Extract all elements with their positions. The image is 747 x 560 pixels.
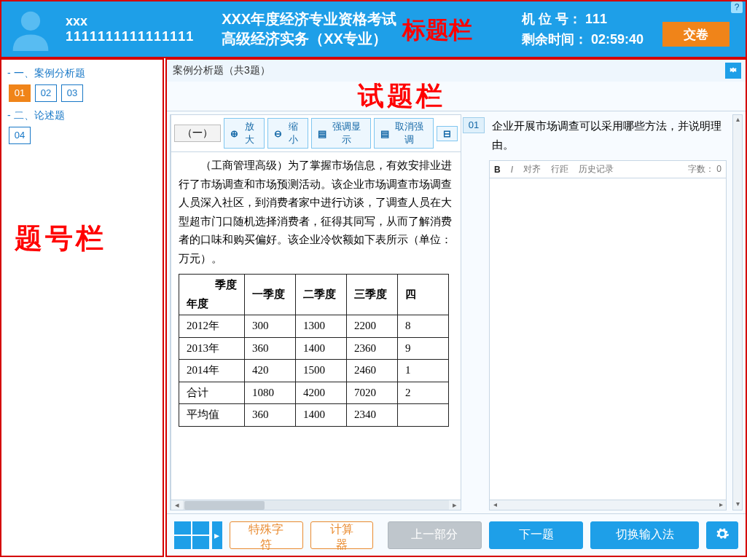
exam-titles: XXX年度经济专业资格考试 高级经济实务（XX专业） [200,1,396,57]
scroll-right-button[interactable]: ▸ [716,500,726,510]
cell: 1400 [296,404,347,427]
scroll-left-button[interactable]: ◂ [490,500,500,510]
unhighlight-icon: ▤ [380,128,389,139]
prev-part-button[interactable]: 上一部分 [388,521,482,549]
word-count: 字数： 0 [688,163,721,176]
cell: 420 [245,360,296,382]
annotation-header: 标题栏 [402,15,472,47]
username: xxx [66,14,194,29]
table-col-header: 二季度 [296,275,347,315]
cell: 2340 [347,404,398,427]
seat-label: 机 位 号： [522,12,582,26]
exam-title-2: 高级经济实务（XX专业） [222,29,396,49]
cell: 1300 [296,315,347,338]
cell: 300 [245,315,296,338]
section-title[interactable]: 二、论述题 [7,109,157,122]
cell: 2 [398,382,449,404]
scroll-track[interactable] [183,500,449,510]
cell: 2360 [347,337,398,360]
passage-toolbar: （一） ⊕放大 ⊖缩小 ▤强调显示 ▤取消强调 ⊟ [171,115,461,152]
sidebar-question-numbers: 一、案例分析题010203二、论述题04 题号栏 [0,58,164,557]
question-number-button[interactable]: 03 [61,84,83,102]
editor-toolbar: B I 对齐 行距 历史记录 字数： 0 [490,161,726,178]
cell: 7020 [347,382,398,404]
table-row: 平均值36014002340 [179,404,449,427]
passage-scroll[interactable]: （工商管理高级）为了掌握市场信息，有效安排业进行了市场调查和市场预测活动。该企业… [171,152,461,500]
question-number-button[interactable]: 01 [9,84,31,102]
cell: 360 [245,404,296,427]
status-block: 机 位 号： 111 剩余时间： 02:59:40 [522,10,644,51]
split-view-button[interactable]: ⊟ [437,126,458,141]
answer-textarea[interactable] [490,178,726,500]
align-button[interactable]: 对齐 [523,163,541,176]
table-row: 合计1080420070202 [179,382,449,404]
question-number-button[interactable]: 04 [9,127,31,144]
calculator-button[interactable]: 计算器 [310,521,373,549]
minus-icon: ⊖ [274,128,282,139]
annotation-sidebar: 题号栏 [15,220,106,257]
footer-bar: ▸ 特殊字符 计算器 上一部分 下一题 切换输入法 [167,513,746,556]
scroll-down-button[interactable]: ▾ [733,500,742,510]
special-chars-button[interactable]: 特殊字符 [230,521,304,549]
current-question-number: 01 [463,117,485,133]
cell: 1500 [296,360,347,382]
table-row: 2012年300130022008 [179,315,449,338]
editor-h-scrollbar[interactable]: ◂ ▸ [490,500,726,510]
cell [398,404,449,427]
row-label: 2014年 [179,360,245,382]
data-table: 季度 年度 一季度 二季度 三季度 四 2012年300130022008201… [179,274,449,427]
cell: 1400 [296,337,347,360]
bold-button[interactable]: B [494,165,501,175]
cell: 4200 [296,382,347,404]
tile-expand-button[interactable]: ▸ [212,521,222,549]
cell: 1 [398,360,449,382]
seat-value: 111 [585,12,607,26]
settings-button[interactable] [706,521,738,549]
scroll-right-button[interactable]: ▸ [449,500,461,510]
answer-v-scrollbar[interactable]: ▴ ▾ [732,114,743,510]
row-label: 平均值 [179,404,245,427]
row-label: 2012年 [179,315,245,338]
cell: 8 [398,315,449,338]
table-col-header: 四 [398,275,449,315]
italic-button[interactable]: I [511,165,513,175]
zoom-in-button[interactable]: ⊕放大 [224,118,265,149]
chevron-up-icon [729,66,738,74]
scroll-up-button[interactable]: ▴ [733,115,742,125]
table-row: 2014年420150024601 [179,360,449,382]
main-question-area: 案例分析题（共3题） 试题栏 （一） ⊕放大 ⊖缩小 ▤强调显示 ▤取消强调 ⊟ [165,58,747,557]
header-bar: ? xxx 1111111111111111 XXX年度经济专业资格考试 高级经… [0,0,747,58]
table-row: 2013年360140023609 [179,337,449,360]
question-number-button[interactable]: 02 [35,84,57,102]
unhighlight-button[interactable]: ▤取消强调 [374,118,434,149]
section-title[interactable]: 一、案例分析题 [7,67,157,80]
help-icon[interactable]: ? [731,1,743,13]
table-col-header: 一季度 [245,275,296,315]
split-icon: ⊟ [443,128,451,139]
zoom-out-button[interactable]: ⊖缩小 [267,118,308,149]
history-button[interactable]: 历史记录 [579,163,614,176]
collapse-button[interactable] [725,63,741,79]
answer-editor: B I 对齐 行距 历史记录 字数： 0 ◂ [489,160,727,510]
row-label: 2013年 [179,337,245,360]
passage-text: （工商管理高级）为了掌握市场信息，有效安排业进行了市场调查和市场预测活动。该企业… [179,157,453,268]
scroll-left-button[interactable]: ◂ [171,500,183,510]
time-label: 剩余时间： [522,32,587,47]
part-label: （一） [174,125,221,142]
next-question-button[interactable]: 下一题 [489,521,583,549]
section-heading: 案例分析题（共3题） [167,60,746,82]
spacing-button[interactable]: 行距 [551,163,568,176]
annotation-main: 试题栏 [358,79,445,114]
exam-title-1: XXX年度经济专业资格考试 [222,9,396,29]
scroll-thumb[interactable] [184,501,265,510]
svg-point-0 [21,12,40,31]
highlight-icon: ▤ [318,128,326,139]
user-icon [9,7,52,51]
submit-button[interactable]: 交卷 [662,22,730,47]
highlight-button[interactable]: ▤强调显示 [311,118,371,149]
switch-ime-button[interactable]: 切换输入法 [590,521,699,549]
passage-h-scrollbar[interactable]: ◂ ▸ [171,500,461,510]
cell: 2200 [347,315,398,338]
tile-view-button[interactable] [174,521,209,549]
question-prompt: 企业开展市场调查可以采用哪些方法，并说明理由。 [489,114,728,160]
